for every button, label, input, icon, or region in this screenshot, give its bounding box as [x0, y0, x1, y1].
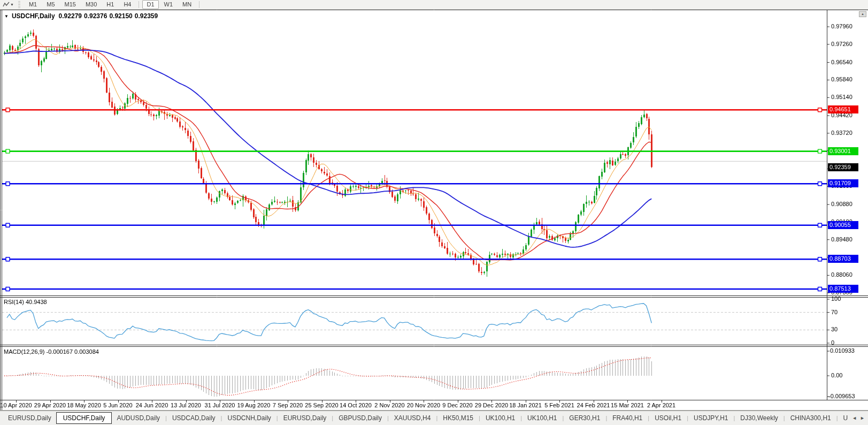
- rsi-indicator-label: RSI(14) 40.9438: [4, 299, 47, 305]
- chart-tab-fra40-h1[interactable]: FRA40,H1: [608, 413, 647, 423]
- ohlc-high: 0.92376: [84, 12, 107, 20]
- chart-tab-china300-h1[interactable]: CHINA300,H1: [786, 413, 836, 423]
- chart-title-row: ▼ USDCHF,Daily 0.92279 0.92376 0.92150 0…: [4, 12, 158, 20]
- chart-tab-eurusd-daily[interactable]: EURUSD,Daily: [279, 413, 332, 423]
- timeframe-button-d1[interactable]: D1: [142, 0, 158, 9]
- toolbar-separator: [139, 1, 139, 8]
- timeframe-button-h4[interactable]: H4: [119, 0, 135, 9]
- tabs-list: EURUSD,DailyUSDCHF,DailyAUDUSD,Daily|USD…: [3, 411, 850, 425]
- chart-tab-ger30-h1[interactable]: GER30,H1: [564, 413, 605, 423]
- chart-tab-xauusd-h4[interactable]: XAUUSD,H4: [389, 413, 436, 423]
- tool-dropdown-caret-icon[interactable]: ▼: [10, 3, 14, 6]
- chart-tab-audusd-daily[interactable]: AUDUSD,Daily: [112, 413, 165, 423]
- timeframe-button-m5[interactable]: M5: [42, 0, 59, 9]
- chart-tab-gbpusd-daily[interactable]: GBPUSD,Daily: [334, 413, 387, 423]
- timeframe-button-m1[interactable]: M1: [25, 0, 41, 9]
- chart-tab-bar: EURUSD,DailyUSDCHF,DailyAUDUSD,Daily|USD…: [0, 411, 868, 425]
- symbol-dropdown-icon[interactable]: ▼: [4, 14, 9, 19]
- chart-tab-hk50-m15[interactable]: HK50,M15: [438, 413, 478, 423]
- chart-tab-eurusd-daily[interactable]: EURUSD,Daily: [3, 413, 56, 423]
- ohlc-low: 0.92150: [109, 12, 132, 20]
- chart-tab-uk100-h1[interactable]: UK100,H1: [523, 413, 562, 423]
- chart-tab-dj30-weekly[interactable]: DJ30,Weekly: [735, 413, 782, 423]
- line-tool-icon[interactable]: [2, 1, 10, 9]
- scroll-up-button[interactable]: ▲: [859, 11, 866, 17]
- tab-scroll-right-icon[interactable]: ►: [860, 415, 865, 421]
- timeframe-toolbar: M1M5M15M30H1H4D1W1MN: [24, 0, 202, 9]
- chart-canvas[interactable]: [0, 0, 868, 425]
- chart-tab-usdcnh-daily[interactable]: USDCNH,Daily: [222, 413, 275, 423]
- toolbar-grip[interactable]: [18, 1, 20, 8]
- chart-tab-usdjpy-h1[interactable]: USDJPY,H1: [689, 413, 733, 423]
- toolbar: ▼ M1M5M15M30H1H4D1W1MN: [0, 0, 868, 10]
- chart-tab-u[interactable]: U: [839, 413, 850, 423]
- tab-scroll-arrows: ◄ ►: [850, 411, 866, 425]
- ohlc-close: 0.92359: [135, 12, 158, 20]
- tab-scroll-left-icon[interactable]: ◄: [852, 415, 857, 421]
- chart-title: USDCHF,Daily: [12, 12, 55, 20]
- toolbar-separator: [199, 1, 199, 8]
- chart-tab-usoil-h1[interactable]: USOil,H1: [650, 413, 686, 423]
- ohlc-open: 0.92279: [59, 12, 82, 20]
- timeframe-button-mn[interactable]: MN: [178, 0, 196, 9]
- macd-indicator-label: MACD(12,26,9) -0.000167 0.003084: [4, 348, 99, 355]
- timeframe-button-w1[interactable]: W1: [160, 0, 178, 9]
- timeframe-button-h1[interactable]: H1: [102, 0, 118, 9]
- chart-tab-usdchf-daily[interactable]: USDCHF,Daily: [56, 412, 112, 424]
- chart-tab-usdcad-daily[interactable]: USDCAD,Daily: [167, 413, 220, 423]
- timeframe-button-m30[interactable]: M30: [81, 0, 101, 9]
- timeframe-button-m15[interactable]: M15: [60, 0, 80, 9]
- chart-tab-uk100-h1[interactable]: UK100,H1: [481, 413, 520, 423]
